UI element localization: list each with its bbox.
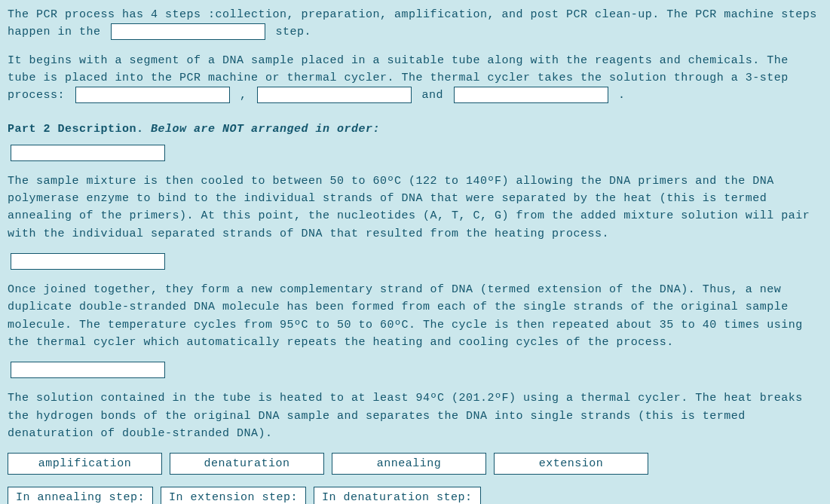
blank-step-1[interactable]: [75, 87, 230, 103]
description-1: The sample mixture is then cooled to bet…: [8, 173, 822, 243]
input-step-3[interactable]: [457, 88, 605, 103]
description-3: The solution contained in the tube is he…: [8, 389, 822, 442]
label-slot-3-row: [8, 362, 822, 379]
wordbank-row-2: In annealing step: In extension step: In…: [8, 487, 822, 504]
input-step-1[interactable]: [78, 88, 227, 103]
wb-amplification[interactable]: amplification: [8, 453, 162, 475]
paragraph-1: The PCR process has 4 steps :collection,…: [8, 6, 822, 41]
label-slot-2-row: [8, 253, 822, 270]
wb-extension[interactable]: extension: [494, 453, 648, 475]
wb-in-annealing-step[interactable]: In annealing step:: [8, 487, 153, 504]
input-label-1[interactable]: [14, 146, 162, 161]
label-slot-1[interactable]: [11, 145, 165, 161]
text-p2c: and: [422, 89, 451, 102]
description-2: Once joined together, they form a new co…: [8, 281, 822, 351]
input-label-3[interactable]: [14, 363, 162, 378]
text-p2b: ,: [240, 89, 254, 102]
part2-heading: Part 2 Description. Below are NOT arrang…: [8, 121, 822, 138]
part2-heading-bold: Part 2 Description.: [8, 123, 144, 136]
text-p2d: .: [618, 89, 626, 102]
blank-machine-step[interactable]: [111, 23, 265, 40]
paragraph-2: It begins with a segment of a DNA sample…: [8, 52, 822, 105]
wb-annealing[interactable]: annealing: [332, 453, 486, 475]
blank-step-2[interactable]: [257, 87, 412, 103]
wb-in-extension-step[interactable]: In extension step:: [161, 487, 306, 504]
text-p1b: step.: [276, 26, 312, 38]
label-slot-2[interactable]: [11, 253, 165, 270]
blank-step-3[interactable]: [454, 87, 608, 103]
wb-in-denaturation-step[interactable]: In denaturation step:: [314, 487, 481, 504]
label-slot-1-row: [8, 145, 822, 162]
input-label-2[interactable]: [14, 255, 162, 270]
part2-heading-italic: Below are NOT arranged in order:: [151, 123, 380, 136]
label-slot-3[interactable]: [11, 362, 165, 378]
input-step-2[interactable]: [260, 88, 409, 103]
wb-denaturation[interactable]: denaturation: [170, 453, 324, 475]
wordbank-row-1: amplification denaturation annealing ext…: [8, 453, 822, 475]
input-machine-step[interactable]: [114, 25, 262, 40]
